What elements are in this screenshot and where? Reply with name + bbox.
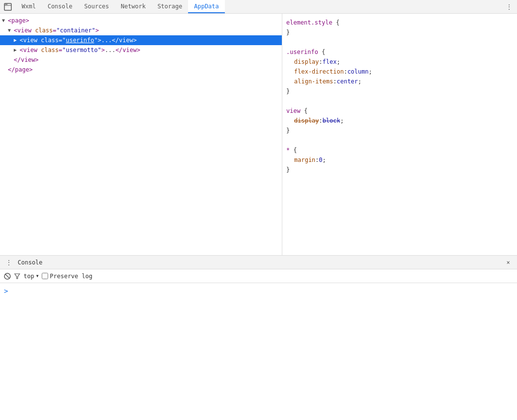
devtools-icon[interactable] bbox=[2, 1, 14, 13]
preserve-log-container: Preserve log bbox=[42, 273, 93, 280]
css-blank-1 bbox=[286, 37, 513, 47]
console-dropdown-arrow: ▼ bbox=[36, 274, 39, 278]
css-star-selector: * { bbox=[286, 145, 513, 155]
arrow-usermotto[interactable]: ▶ bbox=[14, 46, 20, 54]
svg-marker-6 bbox=[15, 274, 20, 279]
tab-network[interactable]: Network bbox=[115, 0, 152, 13]
tree-line-page-close[interactable]: </page> bbox=[0, 65, 282, 75]
dom-tree-panel: ▼ <page> ▼ <view class="container"> ▶ <v… bbox=[0, 14, 282, 255]
tree-line-view-container[interactable]: ▼ <view class="container"> bbox=[0, 26, 282, 35]
console-filter-button[interactable] bbox=[14, 273, 21, 280]
tree-line-page-open[interactable]: ▼ <page> bbox=[0, 16, 282, 26]
tree-line-view-userinfo[interactable]: ▶ <view class="userinfo">...</view> bbox=[0, 35, 282, 45]
arrow-page-close bbox=[2, 65, 8, 74]
console-section: ⋮ Console × top ▼ Preserve log > bbox=[0, 255, 517, 420]
preserve-log-label[interactable]: Preserve log bbox=[50, 273, 93, 280]
console-context-select[interactable]: top ▼ bbox=[24, 273, 39, 280]
console-header: ⋮ Console × bbox=[0, 256, 517, 269]
arrow-userinfo[interactable]: ▶ bbox=[14, 36, 20, 45]
console-body: > bbox=[0, 283, 517, 420]
console-clear-button[interactable] bbox=[4, 273, 11, 280]
css-margin-zero: margin:0; bbox=[286, 155, 513, 165]
css-view-close: } bbox=[286, 126, 513, 135]
console-top-label: top bbox=[24, 273, 34, 280]
css-userinfo-close: } bbox=[286, 86, 513, 96]
prompt-arrow: > bbox=[4, 287, 8, 295]
tab-appdata[interactable]: AppData bbox=[188, 0, 225, 13]
arrow-view-close bbox=[8, 55, 14, 64]
console-close-button[interactable]: × bbox=[503, 258, 513, 267]
css-styles-panel: element.style { } .userinfo { display:fl… bbox=[282, 14, 517, 255]
console-toolbar: top ▼ Preserve log bbox=[0, 269, 517, 283]
arrow-container[interactable]: ▼ bbox=[8, 26, 14, 35]
top-nav-bar: Wxml Console Sources Network Storage App… bbox=[0, 0, 517, 14]
nav-tabs: Wxml Console Sources Network Storage App… bbox=[16, 0, 503, 13]
tab-wxml[interactable]: Wxml bbox=[16, 0, 42, 13]
css-flex-direction: flex-direction:column; bbox=[286, 67, 513, 77]
console-menu-button[interactable]: ⋮ bbox=[4, 258, 14, 267]
css-element-style-selector: element.style { bbox=[286, 18, 513, 27]
css-display-block: display:block; bbox=[286, 116, 513, 126]
tree-line-view-usermotto[interactable]: ▶ <view class="usermotto">...</view> bbox=[0, 45, 282, 55]
main-content: ▼ <page> ▼ <view class="container"> ▶ <v… bbox=[0, 14, 517, 255]
css-star-close: } bbox=[286, 165, 513, 175]
css-userinfo-selector: .userinfo { bbox=[286, 47, 513, 57]
css-blank-3 bbox=[286, 135, 513, 145]
svg-point-3 bbox=[6, 4, 7, 5]
arrow-page[interactable]: ▼ bbox=[2, 16, 8, 25]
css-element-style-close: } bbox=[286, 27, 513, 37]
preserve-log-checkbox[interactable] bbox=[42, 273, 48, 279]
tab-storage[interactable]: Storage bbox=[152, 0, 189, 13]
console-prompt-line[interactable]: > bbox=[4, 287, 513, 295]
tree-line-view-close[interactable]: </view> bbox=[0, 55, 282, 65]
tab-console[interactable]: Console bbox=[42, 0, 79, 13]
css-blank-2 bbox=[286, 96, 513, 106]
tab-sources[interactable]: Sources bbox=[78, 0, 115, 13]
css-view-selector: view { bbox=[286, 106, 513, 116]
svg-point-2 bbox=[5, 4, 6, 5]
svg-line-5 bbox=[5, 274, 9, 278]
css-display-flex: display:flex; bbox=[286, 57, 513, 67]
console-tab-label: Console bbox=[14, 259, 47, 266]
css-align-items: align-items:center; bbox=[286, 77, 513, 86]
nav-more-button[interactable]: ⋮ bbox=[503, 1, 515, 13]
